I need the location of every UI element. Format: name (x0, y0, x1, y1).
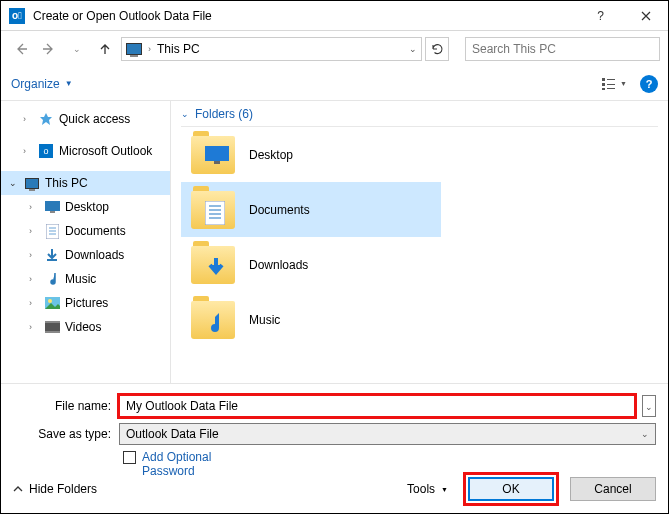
ok-label: OK (502, 482, 519, 496)
svg-rect-18 (205, 146, 229, 161)
expand-icon[interactable]: › (29, 298, 39, 308)
savetype-combo[interactable]: Outlook Data File ⌄ (119, 423, 656, 445)
navigation-bar: ⌄ › This PC ⌄ Search This PC (1, 31, 668, 67)
savetype-value: Outlook Data File (126, 427, 219, 441)
filename-label: File name: (13, 399, 111, 413)
ok-button[interactable]: OK (468, 477, 554, 501)
filename-input[interactable] (119, 395, 635, 417)
hide-folders-label: Hide Folders (29, 482, 97, 496)
tree-documents[interactable]: › Documents (1, 219, 170, 243)
ok-highlight: OK (466, 475, 556, 503)
chevron-down-icon: ▼ (620, 80, 627, 87)
svg-rect-5 (607, 88, 615, 89)
folder-music[interactable]: Music (181, 292, 441, 347)
music-icon (205, 311, 227, 335)
desktop-icon (43, 199, 61, 215)
svg-rect-1 (602, 83, 605, 86)
close-button[interactable] (623, 1, 668, 30)
organize-label: Organize (11, 77, 60, 91)
tree-pictures[interactable]: › Pictures (1, 291, 170, 315)
svg-rect-12 (47, 259, 57, 261)
tree-microsoft-outlook[interactable]: › o Microsoft Outlook (1, 139, 170, 163)
back-button[interactable] (9, 37, 33, 61)
folder-icon (191, 246, 235, 284)
folder-icon (191, 301, 235, 339)
desktop-icon (205, 146, 229, 164)
hide-folders-button[interactable]: Hide Folders (13, 482, 97, 496)
svg-rect-6 (45, 201, 60, 211)
chevron-down-icon: ⌄ (641, 429, 649, 439)
tree-this-pc[interactable]: ⌄ This PC (1, 171, 170, 195)
svg-point-14 (48, 299, 52, 303)
help-icon[interactable]: ? (640, 75, 658, 93)
tree-label: Pictures (65, 296, 108, 310)
tree-downloads[interactable]: › Downloads (1, 243, 170, 267)
address-dropdown-icon[interactable]: ⌄ (409, 44, 417, 54)
help-button[interactable]: ? (578, 1, 623, 30)
view-options-button[interactable]: ▼ (600, 73, 628, 95)
close-icon (641, 11, 651, 21)
star-icon (37, 111, 55, 127)
search-input[interactable]: Search This PC (465, 37, 660, 61)
arrow-left-icon (14, 42, 28, 56)
outlook-app-icon: o⃞ (9, 8, 25, 24)
documents-icon (205, 201, 225, 225)
tree-desktop[interactable]: › Desktop (1, 195, 170, 219)
folder-downloads[interactable]: Downloads (181, 237, 441, 292)
cancel-button[interactable]: Cancel (570, 477, 656, 501)
svg-rect-20 (205, 201, 225, 225)
tree-label: Videos (65, 320, 101, 334)
recent-button[interactable]: ⌄ (65, 37, 89, 61)
videos-icon (43, 319, 61, 335)
documents-icon (43, 223, 61, 239)
refresh-icon (431, 43, 444, 56)
folder-content: ⌄ Folders (6) Desktop Documents Download… (171, 101, 668, 383)
arrow-up-icon (98, 42, 112, 56)
tree-quick-access[interactable]: › Quick access (1, 107, 170, 131)
expand-icon[interactable]: › (29, 322, 39, 332)
expand-icon[interactable]: › (23, 146, 33, 156)
tree-label: Microsoft Outlook (59, 144, 152, 158)
up-button[interactable] (93, 37, 117, 61)
tree-label: This PC (45, 176, 88, 190)
tree-music[interactable]: › Music (1, 267, 170, 291)
file-form: File name: ⌄ Save as type: Outlook Data … (1, 383, 668, 479)
refresh-button[interactable] (425, 37, 449, 61)
outlook-icon: o (37, 143, 55, 159)
breadcrumb-location[interactable]: This PC (157, 42, 200, 56)
main-panel: › Quick access › o Microsoft Outlook ⌄ T… (1, 101, 668, 383)
tree-videos[interactable]: › Videos (1, 315, 170, 339)
svg-rect-17 (45, 331, 60, 333)
this-pc-icon (126, 43, 142, 55)
folder-label: Music (249, 313, 280, 327)
expand-icon[interactable]: › (29, 226, 39, 236)
tools-menu[interactable]: Tools ▼ (407, 482, 448, 496)
chevron-down-icon: ⌄ (181, 109, 189, 119)
toolbar: Organize ▼ ▼ ? (1, 67, 668, 101)
svg-rect-0 (602, 78, 605, 81)
organize-menu[interactable]: Organize ▼ (11, 77, 73, 91)
tree-label: Documents (65, 224, 126, 238)
optional-password-checkbox[interactable] (123, 451, 136, 464)
filename-dropdown[interactable]: ⌄ (642, 395, 656, 417)
folder-label: Desktop (249, 148, 293, 162)
svg-rect-3 (607, 79, 615, 80)
window-title: Create or Open Outlook Data File (33, 9, 578, 23)
tree-label: Desktop (65, 200, 109, 214)
folder-label: Downloads (249, 258, 308, 272)
expand-icon[interactable]: › (29, 202, 39, 212)
chevron-up-icon (13, 484, 23, 494)
folder-documents[interactable]: Documents (181, 182, 441, 237)
savetype-label: Save as type: (13, 427, 111, 441)
collapse-icon[interactable]: ⌄ (9, 178, 19, 188)
address-bar[interactable]: › This PC ⌄ (121, 37, 422, 61)
expand-icon[interactable]: › (29, 274, 39, 284)
forward-button[interactable] (37, 37, 61, 61)
expand-icon[interactable]: › (23, 114, 33, 124)
folder-desktop[interactable]: Desktop (181, 127, 441, 182)
folders-section-header[interactable]: ⌄ Folders (6) (181, 101, 658, 127)
folder-icon (191, 191, 235, 229)
chevron-down-icon: ▼ (65, 79, 73, 88)
view-icon (601, 77, 618, 91)
expand-icon[interactable]: › (29, 250, 39, 260)
